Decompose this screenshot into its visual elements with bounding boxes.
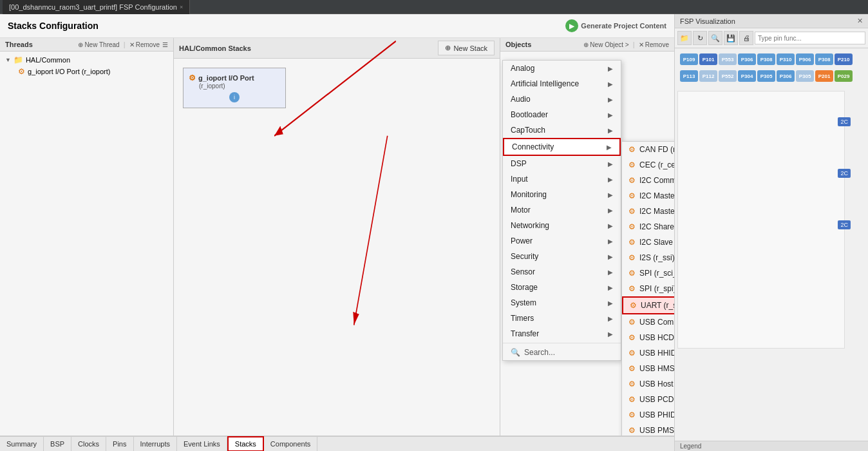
submenu-usb-hvnd[interactable]: ⚙ USB Host Vendor class (r_usb_hvnd)	[622, 376, 674, 392]
dropdown-storage[interactable]: Storage ▶	[503, 280, 621, 295]
submenu-usb-composite[interactable]: ⚙ USB Composite (r_usb_composite)	[622, 314, 674, 330]
analog-label: Analog	[511, 64, 534, 73]
dropdown-ai[interactable]: Artificial Intelligence ▶	[503, 76, 621, 91]
pin-function-input[interactable]	[755, 32, 865, 44]
toolbar-btn-1[interactable]: 📁	[677, 31, 692, 45]
usb-pcdc-label: USB PCDC (r_usb_pcdc)	[639, 395, 674, 404]
stack-box-ioport[interactable]: ⚙ g_ioport I/O Port (r_ioport) i	[183, 68, 286, 108]
dropdown-sensor[interactable]: Sensor ▶	[503, 264, 621, 280]
pin-p305-2[interactable]: P305	[796, 70, 814, 82]
fsp-visualization-title: FSP Visualization	[680, 17, 735, 25]
submenu-i2c-shared[interactable]: ⚙ I2C Shared Bus (rm_comms_i2c)	[622, 219, 674, 235]
submenu-i2c-slave[interactable]: ⚙ I2C Slave (r_iic_slave)	[622, 235, 674, 250]
remove-thread-btn[interactable]: ✕ Remove	[129, 41, 160, 48]
threads-title: Threads	[5, 41, 75, 48]
pin-p304[interactable]: P304	[738, 70, 756, 82]
usb-hcdc-icon: ⚙	[628, 333, 636, 342]
close-fsp-icon[interactable]: ✕	[857, 17, 863, 25]
tree-item-hal-common[interactable]: ▼ 📁 HAL/Common	[3, 54, 171, 66]
submenu-usb-pmsc[interactable]: ⚙ USB PMSC (r_usb_pmsc)	[622, 423, 674, 436]
toolbar-btn-5[interactable]: 🖨	[739, 31, 753, 45]
pin-p112[interactable]: P112	[699, 70, 717, 82]
pin-p101[interactable]: P101	[699, 53, 717, 65]
dropdown-audio[interactable]: Audio ▶	[503, 91, 621, 107]
dropdown-menu[interactable]: Analog ▶ Artificial Intelligence ▶ Audio…	[502, 60, 621, 361]
submenu-i2c-master-sci[interactable]: ⚙ I2C Master (r_sci_i2c)	[622, 204, 674, 219]
new-stack-btn[interactable]: ⊕ New Stack	[438, 41, 495, 55]
tab-event-links[interactable]: Event Links	[177, 436, 227, 451]
dropdown-captouch[interactable]: CapTouch ▶	[503, 122, 621, 138]
dropdown-security[interactable]: Security ▶	[503, 249, 621, 264]
new-thread-btn[interactable]: ⊕ New Thread	[78, 41, 119, 48]
tab-summary[interactable]: Summary	[0, 436, 44, 451]
right-indicator-1[interactable]: 2C	[838, 117, 851, 126]
new-object-btn[interactable]: ⊕ New Object >	[583, 41, 628, 48]
toolbar-btn-2[interactable]: ↻	[693, 31, 707, 45]
right-indicator-3[interactable]: 2C	[838, 220, 851, 229]
dropdown-input[interactable]: Input ▶	[503, 171, 621, 187]
pin-p906[interactable]: P906	[796, 53, 814, 65]
pin-p306-1[interactable]: P306	[738, 53, 756, 65]
submenu-usb-pcdc[interactable]: ⚙ USB PCDC (r_usb_pcdc)	[622, 392, 674, 407]
dropdown-timers[interactable]: Timers ▶	[503, 311, 621, 326]
tab-bsp[interactable]: BSP	[44, 436, 71, 451]
tab-pins[interactable]: Pins	[106, 436, 133, 451]
dropdown-connectivity[interactable]: Connectivity ▶	[503, 138, 621, 156]
submenu-i2c-master-iic[interactable]: ⚙ I2C Master (r_iic_master)	[622, 188, 674, 204]
fsp-config-tab[interactable]: [00_dshanmcu_raom3_uart_printf] FSP Conf…	[3, 0, 190, 14]
connectivity-submenu[interactable]: ⚙ CAN FD (r_canfd) ⚙ CEC (r_cec) ⚙ I2C C…	[621, 141, 674, 436]
toolbar-btn-3[interactable]: 🔍	[708, 31, 722, 45]
submenu-cec[interactable]: ⚙ CEC (r_cec)	[622, 157, 674, 173]
info-icon[interactable]: i	[229, 92, 240, 102]
tab-interrupts[interactable]: Interrupts	[134, 436, 177, 451]
submenu-usb-hcdc[interactable]: ⚙ USB HCDC (r_usb_hcdc)	[622, 330, 674, 345]
pin-p113[interactable]: P113	[680, 70, 698, 82]
submenu-usb-phid[interactable]: ⚙ USB PHID (r_usb_phid)	[622, 407, 674, 423]
pin-p201[interactable]: P201	[815, 70, 833, 82]
dropdown-dsp[interactable]: DSP ▶	[503, 156, 621, 171]
usb-composite-label: USB Composite (r_usb_composite)	[639, 318, 674, 327]
pin-p305-1[interactable]: P305	[757, 70, 775, 82]
threads-menu-btn[interactable]: ☰	[162, 41, 168, 48]
tab-stacks[interactable]: Stacks	[227, 436, 264, 451]
tab-close-icon[interactable]: ×	[180, 4, 183, 10]
dropdown-search[interactable]: 🔍 Search...	[503, 345, 621, 360]
pin-p308-1[interactable]: P308	[757, 53, 775, 65]
dropdown-analog[interactable]: Analog ▶	[503, 61, 621, 76]
toolbar-btn-4[interactable]: 💾	[724, 31, 738, 45]
submenu-i2c-comms[interactable]: ⚙ I2C Communication Device (rm_comms_i2c…	[622, 173, 674, 188]
submenu-usb-hhid[interactable]: ⚙ USB HHID (r_usb_hhid)	[622, 345, 674, 361]
pin-p553-1[interactable]: P553	[719, 53, 737, 65]
submenu-usb-hmsc[interactable]: ⚙ USB HMSC (r_usb_hmsc)	[622, 361, 674, 376]
submenu-i2s[interactable]: ⚙ I2S (r_ssi)	[622, 250, 674, 265]
submenu-canfd[interactable]: ⚙ CAN FD (r_canfd)	[622, 142, 674, 157]
right-indicator-2[interactable]: 2C	[838, 169, 851, 178]
submenu-uart[interactable]: ⚙ UART (r_sci_uart)	[622, 296, 674, 314]
dropdown-bootloader[interactable]: Bootloader ▶	[503, 107, 621, 122]
dropdown-networking[interactable]: Networking ▶	[503, 218, 621, 233]
networking-label: Networking	[511, 221, 549, 230]
pin-p109[interactable]: P109	[680, 53, 698, 65]
dropdown-transfer[interactable]: Transfer ▶	[503, 326, 621, 341]
submenu-spi[interactable]: ⚙ SPI (r_spi)	[622, 281, 674, 296]
pin-p029[interactable]: P029	[835, 70, 853, 82]
audio-arrow-icon: ▶	[608, 96, 613, 103]
dropdown-monitoring[interactable]: Monitoring ▶	[503, 187, 621, 202]
tab-clocks[interactable]: Clocks	[71, 436, 106, 451]
power-arrow-icon: ▶	[608, 238, 613, 245]
pin-p210[interactable]: P210	[835, 53, 853, 65]
generate-project-btn[interactable]: ▶ Generate Project Content	[565, 19, 666, 32]
pin-p306-2[interactable]: P306	[777, 70, 795, 82]
dropdown-power[interactable]: Power ▶	[503, 233, 621, 249]
dsp-arrow-icon: ▶	[608, 160, 613, 168]
submenu-spi-sci[interactable]: ⚙ SPI (r_sci_spi)	[622, 265, 674, 281]
remove-object-btn[interactable]: ✕ Remove	[639, 41, 669, 48]
pin-p308-2[interactable]: P308	[815, 53, 833, 65]
pin-p310[interactable]: P310	[777, 53, 795, 65]
tab-components[interactable]: Components	[264, 436, 317, 451]
pin-p552[interactable]: P552	[719, 70, 737, 82]
dropdown-motor[interactable]: Motor ▶	[503, 202, 621, 218]
new-object-icon: ⊕	[583, 41, 589, 48]
tree-item-ioport[interactable]: ⚙ g_ioport I/O Port (r_ioport)	[15, 66, 171, 77]
dropdown-system[interactable]: System ▶	[503, 295, 621, 311]
